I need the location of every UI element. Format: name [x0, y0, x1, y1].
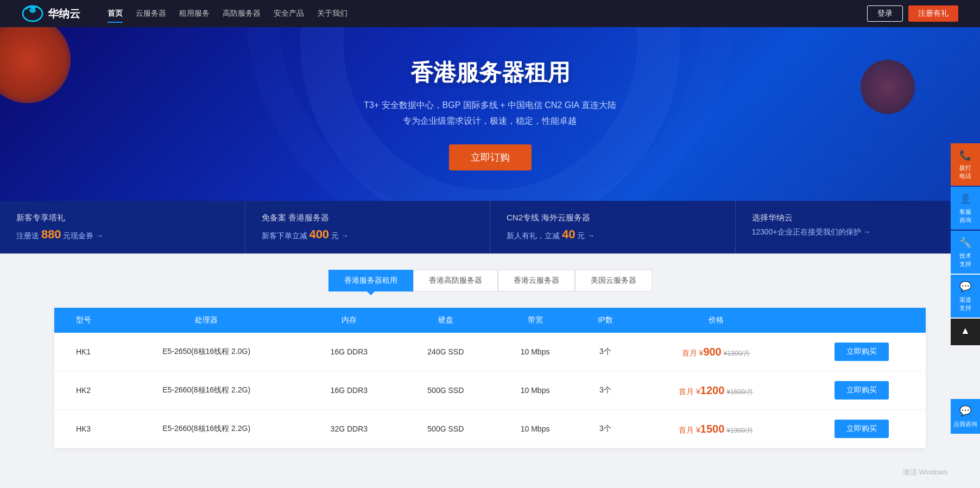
nav-links: 首页 云服务器 租用服务 高防服务器 安全产品 关于我们 [108, 7, 851, 21]
promo-item-3[interactable]: 选择华纳云 12300+企业正在接受我们的保护 → [736, 201, 981, 253]
cell-cpu-0: E5-2650(8核16线程 2.0G) [112, 333, 300, 371]
hero-banner: 香港服务器租用 T3+ 安全数据中心，BGP 国际多线 + 中国电信 CN2 G… [0, 27, 980, 201]
tabs-container: 香港服务器租用 香港高防服务器 香港云服务器 美国云服务器 [328, 270, 652, 291]
cell-cpu-1: E5-2660(8核16线程 2.2G) [112, 371, 300, 410]
side-widget-tech-label: 技术支持 [959, 252, 971, 267]
col-header-bandwidth: 带宽 [494, 308, 577, 333]
side-widget-top[interactable]: ▲ [951, 319, 980, 345]
cell-bw-2: 10 Mbps [494, 410, 577, 448]
customer-icon: 👤 [953, 192, 978, 206]
price-first-1: 首月 ¥ [679, 387, 700, 396]
price-main-2: 1500 [700, 423, 725, 435]
nav-item-rental[interactable]: 租用服务 [179, 7, 210, 21]
promo-desc-1: 新客下单立减 400 元 → [262, 227, 474, 242]
side-widget-tech[interactable]: 🔧 技术支持 [951, 231, 980, 274]
col-header-action [798, 308, 926, 333]
cell-disk-0: 240G SSD [398, 333, 494, 371]
tabs-section: 香港服务器租用 香港高防服务器 香港云服务器 美国云服务器 [0, 253, 980, 291]
logo-text: 华纳云 [48, 7, 80, 21]
table-row: HK1 E5-2650(8核16线程 2.0G) 16G DDR3 240G S… [54, 333, 926, 371]
promo-desc-3: 12300+企业正在接受我们的保护 → [752, 227, 964, 237]
cell-price-2: 首月 ¥1500¥1900/月 [634, 410, 798, 448]
col-header-model: 型号 [54, 308, 112, 333]
hero-subtitle: T3+ 安全数据中心，BGP 国际多线 + 中国电信 CN2 GIA 直连大陆 … [364, 98, 616, 129]
promo-title-2: CN2专线 海外云服务器 [507, 213, 719, 223]
side-widget-customer-label: 客服咨询 [959, 208, 971, 223]
watermark: 激活 Windows [903, 467, 947, 470]
cell-ip-0: 3个 [577, 333, 634, 371]
cell-action-2: 立即购买 [798, 410, 926, 448]
cell-bw-0: 10 Mbps [494, 333, 577, 371]
server-table: 型号 处理器 内存 硬盘 带宽 IP数 价格 HK1 E5-2650(8核16线… [54, 308, 926, 448]
nav-item-ddos-server[interactable]: 高防服务器 [223, 7, 261, 21]
login-button[interactable]: 登录 [867, 5, 903, 22]
side-widget-customer[interactable]: 👤 客服咨询 [951, 187, 980, 230]
cell-disk-2: 500G SSD [398, 410, 494, 448]
cell-price-1: 首月 ¥1200¥1600/月 [634, 371, 798, 410]
nav-item-about[interactable]: 关于我们 [317, 7, 347, 21]
table-row: HK3 E5-2660(8核16线程 2.2G) 32G DDR3 500G S… [54, 410, 926, 448]
bottom-widget-consult[interactable]: 💬 点我咨询 [951, 399, 980, 434]
cell-model-0: HK1 [54, 333, 112, 371]
cell-model-1: HK2 [54, 371, 112, 410]
tab-us-cloud-server[interactable]: 美国云服务器 [575, 270, 652, 291]
price-orig-2: ¥1900/月 [726, 427, 753, 434]
nav-item-home[interactable]: 首页 [108, 7, 123, 21]
buy-button-1[interactable]: 立即购买 [834, 381, 889, 400]
hero-subtitle-line2: 专为企业级需求设计，极速，稳定，性能卓越 [403, 116, 577, 125]
cell-action-1: 立即购买 [798, 371, 926, 410]
price-orig-1: ¥1600/月 [726, 388, 753, 396]
cell-price-0: 首月 ¥900¥1300/月 [634, 333, 798, 371]
order-button[interactable]: 立即订购 [449, 144, 532, 170]
hero-title: 香港服务器租用 [410, 58, 570, 88]
nav-item-cloud-server[interactable]: 云服务器 [136, 7, 166, 21]
logo-icon [22, 4, 43, 23]
price-first-2: 首月 ¥ [679, 426, 700, 434]
hero-decor-circle2 [861, 60, 915, 114]
cell-ram-0: 16G DDR3 [300, 333, 397, 371]
logo[interactable]: 华纳云 [22, 4, 80, 23]
promo-item-1[interactable]: 免备案 香港服务器 新客下单立减 400 元 → [245, 201, 491, 253]
nav-right: 登录 注册有礼 [867, 5, 958, 22]
cell-model-2: HK3 [54, 410, 112, 448]
buy-button-0[interactable]: 立即购买 [834, 343, 889, 361]
cell-ip-2: 3个 [577, 410, 634, 448]
side-widget-phone[interactable]: 📞 拨打电话 [951, 143, 980, 186]
col-header-price: 价格 [634, 308, 798, 333]
tab-hk-cloud-server[interactable]: 香港云服务器 [498, 270, 575, 291]
bottom-widget-label: 点我咨询 [953, 421, 977, 427]
promo-title-1: 免备案 香港服务器 [262, 213, 474, 223]
nav-item-security[interactable]: 安全产品 [274, 7, 304, 21]
cell-ram-1: 16G DDR3 [300, 371, 397, 410]
tab-hk-ddos-server[interactable]: 香港高防服务器 [413, 270, 498, 291]
table-section: 型号 处理器 内存 硬盘 带宽 IP数 价格 HK1 E5-2650(8核16线… [0, 291, 980, 470]
channel-icon: 💬 [953, 280, 978, 294]
phone-icon: 📞 [953, 148, 978, 162]
side-widget-phone-label: 拨打电话 [959, 164, 971, 179]
navbar: 华纳云 首页 云服务器 租用服务 高防服务器 安全产品 关于我们 登录 注册有礼 [0, 0, 980, 27]
hero-subtitle-line1: T3+ 安全数据中心，BGP 国际多线 + 中国电信 CN2 GIA 直连大陆 [364, 100, 616, 110]
cell-ram-2: 32G DDR3 [300, 410, 397, 448]
table-header-row: 型号 处理器 内存 硬盘 带宽 IP数 价格 [54, 308, 926, 333]
promo-item-0[interactable]: 新客专享塔礼 注册送 880 元现金券 → [0, 201, 245, 253]
side-widgets: 📞 拨打电话 👤 客服咨询 🔧 技术支持 💬 渠道支持 ▲ [951, 143, 980, 345]
tab-hk-server-rental[interactable]: 香港服务器租用 [328, 270, 413, 291]
svg-point-1 [29, 8, 36, 13]
side-widget-channel[interactable]: 💬 渠道支持 [951, 275, 980, 318]
col-header-cpu: 处理器 [112, 308, 300, 333]
price-main-1: 1200 [700, 384, 725, 396]
price-orig-0: ¥1300/月 [724, 350, 750, 357]
promo-desc-2: 新人有礼，立减 40 元 → [507, 227, 719, 242]
promo-item-2[interactable]: CN2专线 海外云服务器 新人有礼，立减 40 元 → [490, 201, 736, 253]
cell-disk-1: 500G SSD [398, 371, 494, 410]
col-header-ip: IP数 [577, 308, 634, 333]
tech-icon: 🔧 [953, 236, 978, 250]
buy-button-2[interactable]: 立即购买 [834, 420, 889, 438]
register-button[interactable]: 注册有礼 [908, 5, 958, 22]
consult-icon: 💬 [953, 404, 978, 418]
table-row: HK2 E5-2660(8核16线程 2.2G) 16G DDR3 500G S… [54, 371, 926, 410]
col-header-disk: 硬盘 [398, 308, 494, 333]
promo-bar: 新客专享塔礼 注册送 880 元现金券 → 免备案 香港服务器 新客下单立减 4… [0, 201, 980, 253]
promo-title-3: 选择华纳云 [752, 213, 964, 223]
col-header-ram: 内存 [300, 308, 397, 333]
